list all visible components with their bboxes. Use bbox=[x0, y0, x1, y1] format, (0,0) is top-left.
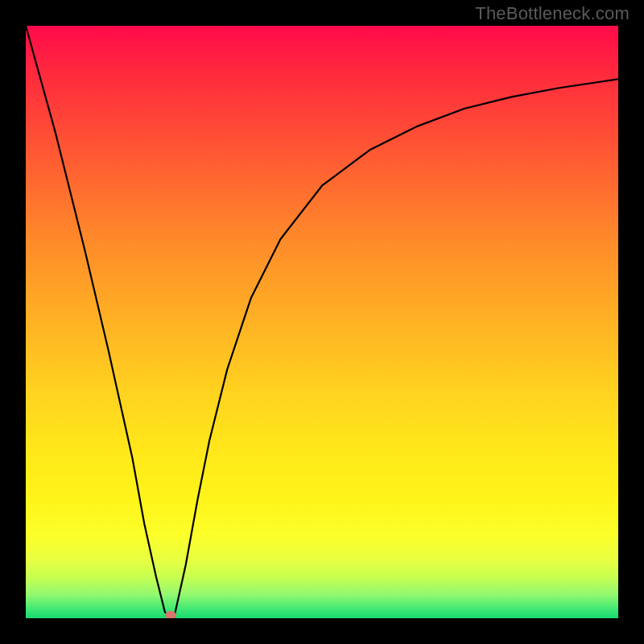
bottleneck-curve bbox=[26, 26, 618, 618]
watermark-text: TheBottleneck.com bbox=[475, 3, 630, 24]
plot-area bbox=[26, 26, 618, 618]
chart-frame: TheBottleneck.com bbox=[0, 0, 644, 644]
minimum-marker bbox=[165, 611, 176, 618]
